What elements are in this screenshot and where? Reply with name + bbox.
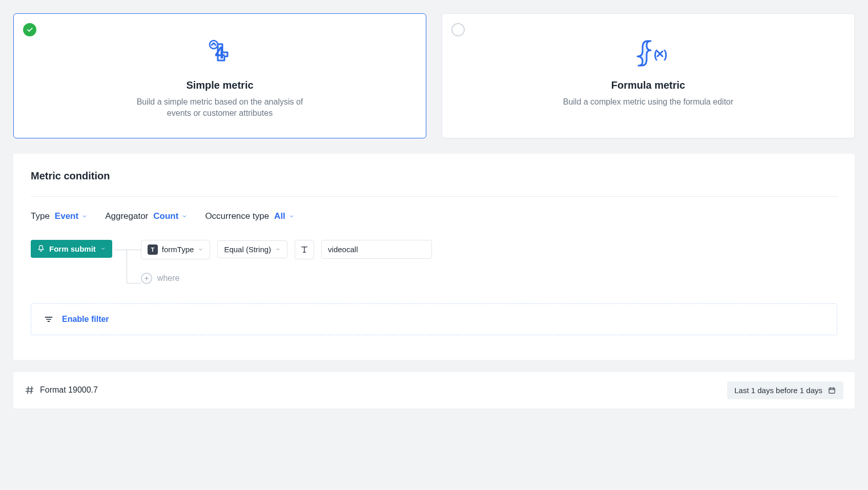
filter-icon bbox=[44, 314, 54, 324]
attribute-name: formType bbox=[162, 245, 194, 254]
hash-icon bbox=[25, 385, 35, 395]
card-description: Build a simple metric based on the analy… bbox=[133, 96, 307, 119]
occurrence-value: All bbox=[274, 211, 285, 221]
format-display[interactable]: Format 19000.7 bbox=[25, 385, 98, 395]
text-format-icon bbox=[295, 240, 314, 259]
calendar-icon bbox=[828, 386, 836, 395]
panel-heading: Metric condition bbox=[31, 170, 837, 182]
chevron-down-icon bbox=[181, 213, 188, 219]
svg-text:(: ( bbox=[654, 48, 658, 60]
footer-bar: Format 19000.7 Last 1 days before 1 days bbox=[13, 372, 855, 409]
aggregator-value: Count bbox=[153, 211, 178, 221]
occurrence-dropdown[interactable]: All bbox=[274, 211, 295, 221]
type-selector: Type Event bbox=[31, 211, 88, 221]
chevron-down-icon bbox=[100, 246, 106, 252]
formula-metric-icon: ( ) bbox=[458, 29, 839, 74]
radio-unchecked-icon bbox=[451, 23, 465, 36]
connector-line bbox=[112, 240, 141, 289]
enable-filter-label: Enable filter bbox=[62, 315, 109, 324]
chevron-down-icon bbox=[81, 213, 88, 219]
aggregator-dropdown[interactable]: Count bbox=[153, 211, 188, 221]
svg-point-1 bbox=[210, 40, 218, 49]
date-range-selector[interactable]: Last 1 days before 1 days bbox=[727, 381, 843, 399]
enable-filter-button[interactable]: Enable filter bbox=[31, 303, 837, 335]
date-range-label: Last 1 days before 1 days bbox=[734, 386, 822, 395]
condition-rows: T formType Equal (String) where bbox=[141, 240, 432, 284]
condition-builder: Form submit T formType Equal (String) bbox=[31, 240, 837, 289]
occurrence-label: Occurrence type bbox=[205, 211, 269, 221]
metric-type-cards: 4 Simple metric Build a simple metric ba… bbox=[13, 13, 855, 138]
card-description: Build a complex metric using the formula… bbox=[561, 96, 735, 108]
where-label: where bbox=[157, 274, 180, 283]
occurrence-selector: Occurrence type All bbox=[205, 211, 294, 221]
format-label: Format 19000.7 bbox=[40, 385, 98, 395]
check-icon bbox=[23, 23, 36, 36]
divider bbox=[31, 196, 837, 197]
chevron-down-icon bbox=[288, 213, 295, 219]
metric-condition-panel: Metric condition Type Event Aggregator C… bbox=[13, 154, 855, 360]
selectors-row: Type Event Aggregator Count Occurrence t… bbox=[31, 211, 837, 221]
simple-metric-icon: 4 bbox=[29, 29, 410, 74]
simple-metric-card[interactable]: 4 Simple metric Build a simple metric ba… bbox=[13, 13, 426, 138]
text-type-icon: T bbox=[148, 244, 158, 255]
type-dropdown[interactable]: Event bbox=[55, 211, 88, 221]
card-title: Simple metric bbox=[29, 79, 410, 91]
svg-rect-9 bbox=[829, 388, 835, 393]
type-label: Type bbox=[31, 211, 50, 221]
card-title: Formula metric bbox=[458, 79, 839, 91]
aggregator-label: Aggregator bbox=[105, 211, 148, 221]
operator-value: Equal (String) bbox=[224, 245, 271, 254]
value-input[interactable] bbox=[321, 240, 432, 259]
attribute-selector[interactable]: T formType bbox=[141, 240, 211, 259]
aggregator-selector: Aggregator Count bbox=[105, 211, 188, 221]
svg-text:): ) bbox=[664, 48, 667, 60]
chevron-down-icon bbox=[275, 247, 281, 252]
bell-icon bbox=[37, 244, 45, 253]
condition-row: T formType Equal (String) bbox=[141, 240, 432, 259]
type-value: Event bbox=[55, 211, 78, 221]
plus-circle-icon bbox=[141, 273, 152, 284]
chevron-down-icon bbox=[198, 247, 203, 252]
event-selector[interactable]: Form submit bbox=[31, 240, 112, 258]
event-name: Form submit bbox=[49, 244, 96, 253]
add-where-button[interactable]: where bbox=[141, 273, 432, 284]
formula-metric-card[interactable]: ( ) Formula metric Build a complex metri… bbox=[442, 13, 855, 138]
operator-selector[interactable]: Equal (String) bbox=[217, 240, 287, 258]
